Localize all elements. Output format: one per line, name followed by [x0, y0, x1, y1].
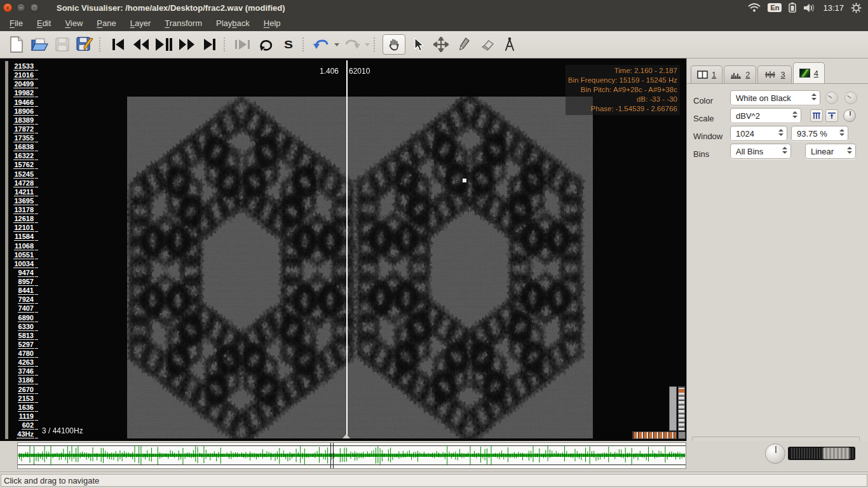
scale-select[interactable]: dBV^2: [730, 108, 801, 123]
rewind-to-start-button[interactable]: [108, 34, 128, 55]
waveform-icon: [764, 71, 776, 79]
wifi-icon[interactable]: [748, 3, 761, 12]
undo-dropdown-caret[interactable]: [334, 43, 339, 46]
playhead-time-label: 1.406: [302, 67, 339, 76]
keyboard-layout-indicator[interactable]: En: [768, 3, 782, 12]
spinner-arrows[interactable]: [792, 111, 797, 118]
spinner-arrows[interactable]: [778, 129, 783, 136]
tab-pane-2[interactable]: 2: [724, 65, 756, 83]
tab-pane-3[interactable]: 3: [757, 65, 791, 83]
zoom-reset-button[interactable]: [678, 431, 686, 439]
rewind-icon: [133, 38, 149, 51]
spinner-arrows[interactable]: [847, 147, 852, 154]
vertical-zoom-thumbwheel[interactable]: [678, 386, 685, 431]
menu-edit[interactable]: Edit: [30, 17, 58, 30]
spinner-arrows[interactable]: [782, 147, 787, 154]
new-document-icon: [10, 36, 24, 53]
cursor-info-line: dB: -33 - -30: [568, 95, 677, 104]
color-rotate-dial[interactable]: [825, 92, 838, 104]
tab-pane-1[interactable]: 1: [691, 65, 722, 83]
session-gear-icon[interactable]: [851, 3, 862, 13]
minimize-button[interactable]: –: [17, 3, 25, 12]
freq-tick-label: 43Hz: [17, 430, 34, 438]
undo-icon: [313, 38, 330, 51]
spinner-arrows[interactable]: [811, 93, 817, 100]
menu-file[interactable]: File: [3, 17, 30, 30]
spectrogram-pane[interactable]: 1.406 62010 Time: 2.160 - 2.187Bin Frequ…: [38, 58, 686, 441]
contrast-dial[interactable]: [844, 92, 857, 104]
freq-tick-label: 12101: [13, 224, 34, 232]
play-pause-button[interactable]: [154, 34, 174, 55]
fast-forward-to-end-button[interactable]: [200, 34, 220, 55]
edit-tool-button[interactable]: [431, 34, 451, 55]
spectrogram-thumbnail-icon: [799, 69, 810, 78]
close-button[interactable]: x: [3, 3, 12, 12]
properties-panel: 1 2: [686, 58, 868, 441]
overview-waveform[interactable]: [17, 442, 686, 469]
pane-scroll-bar[interactable]: [5, 61, 8, 439]
normalize-columns-button[interactable]: [810, 109, 823, 122]
save-as-button[interactable]: [75, 34, 95, 55]
volume-icon[interactable]: [803, 3, 816, 13]
freq-tick-label: 14211: [14, 188, 34, 196]
bins-scale-select[interactable]: Linear: [805, 144, 856, 159]
menu-help[interactable]: Help: [257, 17, 288, 30]
volume-fader[interactable]: [788, 447, 855, 460]
playback-speed-knob[interactable]: [765, 444, 785, 464]
gain-dial[interactable]: [843, 109, 856, 122]
main-area: 2153321016204991998219466189061838917872…: [0, 58, 868, 441]
vertical-zoom-indicator[interactable]: [669, 386, 677, 431]
freq-tick-label: 10551: [13, 251, 34, 259]
frequency-axis-pane: 2153321016204991998219466189061838917872…: [0, 58, 38, 441]
solo-button[interactable]: S: [278, 34, 299, 55]
menu-view[interactable]: View: [58, 17, 90, 30]
fader-handle[interactable]: [823, 447, 850, 459]
clock[interactable]: 13:17: [823, 3, 844, 13]
select-tool-button[interactable]: [408, 34, 428, 55]
window-overlap-select[interactable]: 93.75 %: [791, 126, 848, 141]
freq-tick-label: 21533: [13, 62, 34, 71]
window-label: Window: [693, 128, 722, 144]
tab-number: 3: [780, 70, 785, 79]
open-button[interactable]: [29, 34, 50, 55]
tab-pane-4[interactable]: 4: [793, 62, 825, 83]
redo-dropdown-caret[interactable]: [365, 43, 370, 46]
bins-select[interactable]: All Bins: [730, 144, 791, 159]
loop-icon: [258, 37, 273, 51]
freq-tick-label: 2153: [18, 395, 34, 403]
skip-end-icon: [203, 38, 217, 51]
overview-waveform-canvas[interactable]: [18, 443, 686, 468]
undo-button[interactable]: [311, 34, 332, 55]
loop-button[interactable]: [255, 34, 276, 55]
maximize-button[interactable]: □: [30, 3, 39, 12]
draw-tool-button[interactable]: [454, 34, 474, 55]
navigate-tool-button[interactable]: [383, 34, 405, 55]
pointer-icon: [412, 37, 424, 52]
redo-button[interactable]: [342, 34, 362, 55]
fast-forward-button[interactable]: [177, 34, 197, 55]
playhead-frame-label: 62010: [349, 67, 370, 76]
save-button[interactable]: [52, 34, 72, 55]
rewind-button[interactable]: [131, 34, 151, 55]
window-size-select[interactable]: 1024: [730, 126, 787, 141]
menu-pane[interactable]: Pane: [90, 17, 123, 30]
erase-tool-button[interactable]: [477, 34, 497, 55]
menu-playback[interactable]: Playback: [209, 17, 257, 30]
battery-icon[interactable]: [789, 3, 796, 13]
freq-tick-label: 5297: [18, 341, 34, 349]
new-session-button[interactable]: [6, 34, 27, 55]
horizontal-zoom-thumbwheel[interactable]: [632, 431, 677, 439]
measure-tool-button[interactable]: [499, 34, 520, 55]
spinner-arrows[interactable]: [839, 129, 844, 136]
menu-transform[interactable]: Transform: [158, 17, 209, 30]
freq-tick-label: 7924: [18, 295, 34, 304]
play-selection-button[interactable]: [233, 34, 253, 55]
menu-layer[interactable]: Layer: [123, 17, 158, 30]
freq-tick-label: 16838: [13, 143, 34, 151]
normalize-visible-button[interactable]: [825, 109, 838, 122]
spectrogram-canvas[interactable]: [38, 58, 686, 441]
fft-samplerate-label: 3 / 44100Hz: [42, 426, 83, 435]
move-cross-icon: [433, 37, 449, 52]
color-select[interactable]: White on Black: [730, 90, 820, 105]
cursor-info-line: Bin Frequency: 15159 - 15245 Hz: [568, 76, 677, 85]
